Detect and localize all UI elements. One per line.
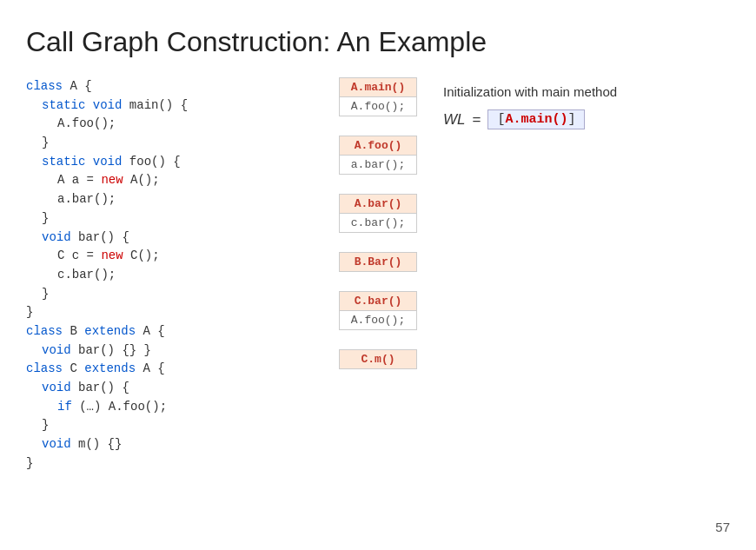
code-line: static void foo() { xyxy=(26,153,295,172)
code-line: class B extends A { xyxy=(26,322,295,341)
code-line: } xyxy=(26,303,295,322)
wl-eq: = xyxy=(473,111,481,129)
info-panel: Initialization with main method WL = [A.… xyxy=(417,77,721,473)
code-line: c.bar(); xyxy=(26,266,295,285)
code-line: } xyxy=(26,209,295,229)
code-line: class A { xyxy=(26,77,295,96)
code-line: void bar() {} } xyxy=(26,341,295,361)
slide-title: Call Graph Construction: An Example xyxy=(26,26,721,58)
code-line: if (…) A.foo(); xyxy=(26,398,295,417)
cg-group-cbar: C.bar() A.foo(); xyxy=(339,291,417,330)
cg-child-afoo-2: A.foo(); xyxy=(339,311,417,330)
slide: Call Graph Construction: An Example clas… xyxy=(0,0,756,550)
cg-node-afoo: A.foo() xyxy=(339,136,417,156)
code-line: void m() {} xyxy=(26,435,295,454)
code-line: class C extends A { xyxy=(26,360,295,379)
page-number: 57 xyxy=(715,520,730,534)
cg-child-abar: a.bar(); xyxy=(339,156,417,175)
code-line: a.bar(); xyxy=(26,190,295,209)
wl-formula: WL = [A.main()] xyxy=(443,109,721,129)
wl-label: WL xyxy=(443,111,466,129)
code-line: C c = new C(); xyxy=(26,247,295,266)
content-area: class A { static void main() { A.foo(); … xyxy=(26,77,721,473)
cg-child-cbar: c.bar(); xyxy=(339,214,417,233)
code-line: void bar() { xyxy=(26,379,295,398)
cg-group-cm: C.m() xyxy=(339,349,417,369)
wl-bracket-close: ] xyxy=(567,112,575,127)
cg-child-afoo-1: A.foo(); xyxy=(339,97,417,116)
code-line: } xyxy=(26,285,295,304)
code-line: } xyxy=(26,134,295,153)
code-panel: class A { static void main() { A.foo(); … xyxy=(26,77,295,473)
code-line: } xyxy=(26,454,295,474)
code-line: static void main() { xyxy=(26,96,295,116)
cg-group-abar: A.bar() c.bar(); xyxy=(339,194,417,233)
wl-value: [A.main()] xyxy=(487,109,585,129)
cg-node-cm: C.m() xyxy=(339,349,417,369)
code-line: A.foo(); xyxy=(26,115,295,134)
cg-node-cbar: C.bar() xyxy=(339,291,417,311)
code-line: void bar() { xyxy=(26,229,295,248)
wl-method: A.main() xyxy=(505,112,567,127)
cg-node-bbar: B.Bar() xyxy=(339,252,417,272)
cg-group-bbar: B.Bar() xyxy=(339,252,417,272)
cg-node-amain: A.main() xyxy=(339,77,417,97)
cg-group-afoo: A.foo() a.bar(); xyxy=(339,136,417,175)
cg-node-abar: A.bar() xyxy=(339,194,417,214)
call-graph-panel: A.main() A.foo(); A.foo() a.bar(); A.bar… xyxy=(295,77,417,473)
init-text: Initialization with main method xyxy=(443,84,721,99)
cg-group-amain: A.main() A.foo(); xyxy=(339,77,417,116)
code-line: A a = new A(); xyxy=(26,171,295,190)
code-line: } xyxy=(26,416,295,435)
